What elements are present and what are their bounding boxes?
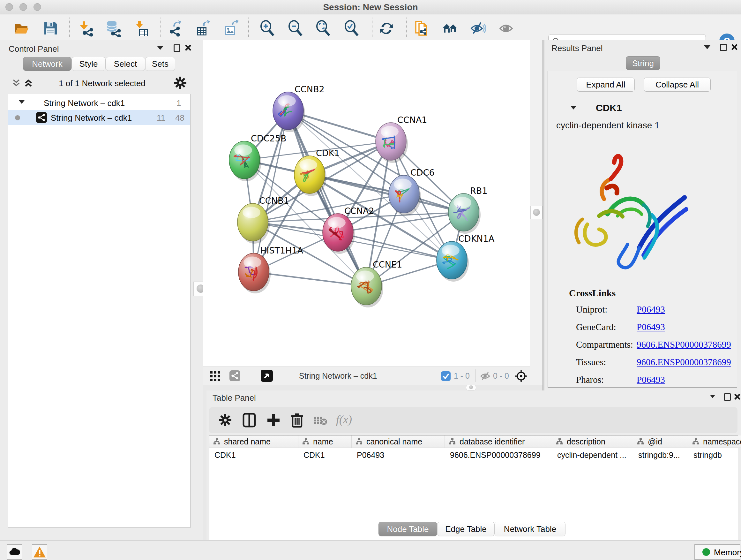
right-divider-handle[interactable] — [530, 206, 542, 219]
column-header-canonicalname[interactable]: canonical name — [352, 435, 445, 448]
column-header-description[interactable]: description — [552, 435, 633, 448]
export-image-button[interactable] — [223, 20, 239, 37]
float-panel-icon[interactable] — [724, 393, 731, 401]
crosslink-genecard[interactable]: P06493 — [636, 322, 665, 332]
import-network-file-button[interactable] — [78, 20, 95, 37]
collection-label: String Network – cdk1 — [44, 98, 125, 108]
section-expander-icon[interactable] — [570, 106, 577, 110]
results-actions-box: Expand All Collapse All — [548, 71, 737, 100]
network-edge-count: 48 — [175, 113, 185, 123]
tab-node-table[interactable]: Node Table — [379, 522, 437, 537]
show-all-button[interactable] — [498, 20, 515, 37]
node-section-header[interactable]: CDK1 — [548, 99, 737, 116]
column-header-id[interactable]: @id — [633, 435, 688, 448]
collapse-panel-icon[interactable] — [710, 395, 715, 398]
column-header-namespace[interactable]: namespace — [688, 435, 741, 448]
network-view-toolbar: String Network – cdk1 1 - 0 0 - 0 — [203, 367, 530, 385]
zoom-out-button[interactable] — [287, 20, 304, 37]
tab-sets[interactable]: Sets — [145, 57, 175, 71]
tab-network[interactable]: Network — [23, 57, 71, 71]
crosslink-compartments[interactable]: 9606.ENSP00000378699 — [636, 339, 731, 350]
collapse-all-button[interactable]: Collapse All — [644, 78, 711, 91]
toolbar-separator — [247, 369, 247, 383]
collection-count: 1 — [177, 98, 181, 108]
cloud-button[interactable] — [7, 544, 22, 560]
table-cell[interactable]: cyclin-dependent ... — [552, 448, 633, 461]
network-selection-summary: 1 of 1 Network selected — [42, 78, 163, 88]
column-type-icon — [556, 438, 563, 445]
expand-all-button[interactable]: Expand All — [577, 78, 635, 91]
float-panel-icon[interactable] — [174, 44, 180, 52]
network-row[interactable]: String Network – cdk1 11 48 — [8, 110, 190, 125]
tree-expander-icon[interactable] — [19, 100, 24, 104]
refresh-layout-button[interactable] — [378, 20, 395, 37]
delete-column-icon[interactable] — [290, 412, 304, 428]
crosslink-tissues[interactable]: 9606.ENSP00000378699 — [636, 357, 731, 368]
expand-all-networks-icon[interactable] — [23, 78, 33, 88]
node-label: CDC25B — [251, 133, 286, 143]
open-session-button[interactable] — [13, 20, 30, 37]
clone-network-button[interactable] — [413, 20, 430, 37]
close-panel-icon[interactable] — [734, 393, 740, 400]
column-header-databaseidentifier[interactable]: database identifier — [445, 435, 552, 448]
network-collection-row[interactable]: String Network – cdk1 1 — [8, 96, 190, 110]
import-table-button[interactable] — [134, 20, 151, 37]
export-table-button[interactable] — [194, 20, 211, 37]
export-network-button[interactable] — [167, 20, 184, 37]
string-network-graph[interactable]: CCNB2CCNA1CDC25BCDK1CDC6RB1CCNB1CCNA2CDK… — [203, 40, 530, 367]
show-columns-icon[interactable] — [242, 413, 256, 428]
add-column-icon[interactable] — [266, 413, 280, 428]
collapse-all-networks-icon[interactable] — [11, 78, 21, 88]
column-header-name[interactable]: name — [298, 435, 352, 448]
fit-selected-crosshair-icon[interactable] — [515, 369, 528, 383]
birdseye-grid-icon[interactable] — [210, 371, 220, 381]
table-toolbar: f(x) — [209, 407, 738, 433]
gene-description: cyclin-dependent kinase 1 — [556, 120, 660, 131]
network-node-count: 11 — [157, 113, 165, 123]
table-cell[interactable]: CDK1 — [209, 448, 298, 461]
main-toolbar: ? — [0, 14, 741, 40]
import-network-database-button[interactable] — [105, 20, 121, 37]
float-panel-icon[interactable] — [720, 44, 727, 51]
zoom-fit-button[interactable] — [315, 20, 332, 37]
tab-network-table[interactable]: Network Table — [495, 522, 565, 537]
table-cell[interactable]: CDK1 — [298, 448, 351, 461]
string-share-icon[interactable] — [229, 370, 240, 381]
results-panel: Results Panel String Expand All Collapse… — [544, 40, 741, 390]
table-cell[interactable]: P06493 — [352, 448, 445, 461]
tab-edge-table[interactable]: Edge Table — [437, 522, 495, 537]
network-canvas[interactable]: CCNB2CCNA1CDC25BCDK1CDC6RB1CCNB1CCNA2CDK… — [203, 40, 530, 367]
crosslink-uniprot[interactable]: P06493 — [636, 304, 665, 315]
table-cell[interactable]: stringdb:9... — [633, 448, 688, 461]
save-session-button[interactable] — [42, 20, 59, 37]
function-builder-icon: f(x) — [336, 413, 352, 426]
close-panel-icon[interactable] — [185, 44, 191, 51]
column-header-sharedname[interactable]: shared name — [209, 435, 298, 448]
collapse-panel-icon[interactable] — [704, 45, 711, 49]
results-panel-title: Results Panel — [551, 44, 603, 53]
hide-selected-button[interactable] — [469, 20, 486, 37]
zoom-in-button[interactable] — [259, 20, 276, 37]
bottom-divider-handle[interactable] — [466, 385, 476, 390]
detach-view-icon[interactable] — [261, 370, 273, 382]
selected-checkbox-icon[interactable] — [441, 371, 451, 381]
gear-icon[interactable] — [174, 76, 187, 89]
node-label: CCNB2 — [294, 84, 325, 94]
first-neighbors-button[interactable] — [442, 20, 458, 37]
node-label: CDKN1A — [458, 234, 495, 244]
zoom-selected-button[interactable] — [343, 20, 360, 37]
crosslink-pharos[interactable]: P06493 — [636, 374, 665, 385]
toolbar-separator — [69, 17, 70, 37]
column-type-icon — [355, 438, 362, 445]
close-panel-icon[interactable] — [731, 44, 737, 50]
memory-button[interactable]: Memory — [694, 544, 740, 560]
table-cell[interactable]: 9606.ENSP00000378699 — [445, 448, 552, 461]
warnings-button[interactable] — [32, 544, 47, 560]
collapse-panel-icon[interactable] — [157, 46, 163, 50]
table-cell[interactable]: stringdb — [688, 448, 741, 461]
gear-icon[interactable] — [219, 414, 232, 427]
node-label: CCNA2 — [344, 206, 374, 216]
tab-select[interactable]: Select — [106, 57, 145, 71]
tab-string[interactable]: String — [626, 56, 660, 70]
tab-style[interactable]: Style — [71, 57, 106, 71]
